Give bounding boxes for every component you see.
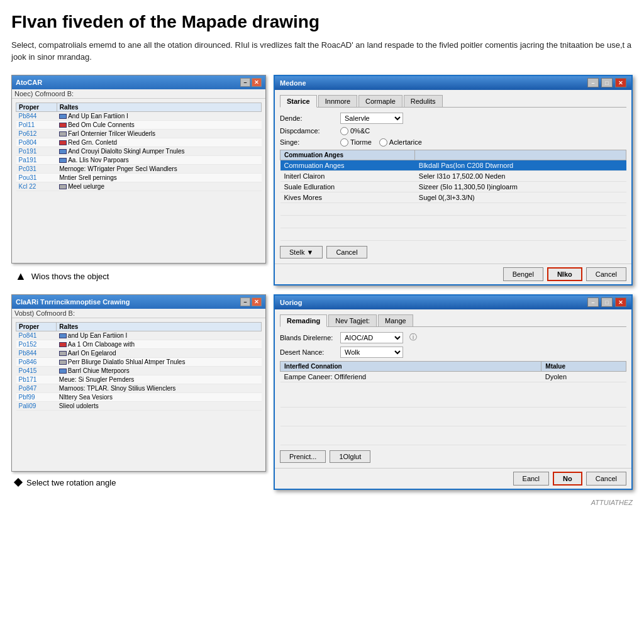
table-row[interactable]: Po191And Crouyi Dialolto Skingl Aumper T… (16, 147, 262, 155)
row-id: Po804 (16, 138, 57, 147)
cancel-footer-button[interactable]: Cancel (586, 267, 626, 281)
cancel-inner-button[interactable]: Cancel (326, 246, 367, 258)
bengel-button[interactable]: Bengel (503, 267, 543, 281)
tab-innmore[interactable]: Innmore (318, 95, 357, 107)
table-row[interactable]: Po841and Up Ean Fartiion I (16, 331, 262, 340)
desert-select[interactable]: Wolk (340, 347, 403, 358)
blands-select[interactable]: AIOC/AD (340, 332, 403, 343)
list-item[interactable]: Kives MoresSugel 0(,3l+3.3/N) (280, 192, 626, 203)
top-right-body: Starice Innmore Cormaple Redulits Dende:… (275, 90, 631, 264)
desert-label: Desert Nance: (280, 348, 336, 356)
desert-row: Desert Nance: Wolk (280, 347, 626, 358)
bottom-col-raltes: Raltes (57, 322, 262, 331)
row-text: Farl Onternier Trilcer Wieuderls (57, 129, 261, 138)
table-row[interactable]: Pou31Mntier Srell pernings (16, 173, 262, 182)
top-left-window: AtoCAR – ✕ Noec) Cofmoord B: Proper Ralt… (11, 75, 266, 264)
list-item[interactable]: Initerl ClaironSeler I31o 17,502.00 Nede… (280, 170, 626, 181)
top-left-table: Proper Raltes Pb844And Up Ean Fartiion I… (16, 103, 262, 191)
table-row[interactable]: Kcl 22Meel uelurge (16, 182, 262, 191)
table-row[interactable]: Po847Marnoos: TPLAR. Slnoy Stilius Wlien… (16, 384, 262, 392)
table-row[interactable]: Pol11Bed Om Cule Connents (16, 120, 262, 129)
row-id: Po191 (16, 147, 57, 155)
list-col2-header (415, 150, 626, 160)
table-row[interactable]: Pb844And Up Ean Fartiion I (16, 111, 262, 120)
bottom-close-button[interactable]: ✕ (252, 297, 262, 306)
dispdamce-radio-group: 0%&C (340, 127, 370, 135)
olglut-button[interactable]: 1Olglut (330, 450, 370, 463)
tab-starice[interactable]: Starice (280, 95, 317, 108)
dende-row: Dende: Salervle (280, 113, 626, 124)
eancl-button[interactable]: Eancl (513, 472, 550, 486)
bottom-right-body: Remading Nev Tagjet: Mange Blands Direle… (275, 309, 631, 468)
tab-mange[interactable]: Mange (378, 314, 413, 326)
page-subtitle: Select, compatrolials ememd to ane all t… (11, 39, 633, 64)
tab-remading[interactable]: Remading (280, 314, 327, 327)
bottom-left-titlebar: CIaARi Tnrrincikmnoptise Crawing – ✕ (12, 295, 265, 309)
table-row[interactable]: Po152Aa 1 Orn Claboage with (16, 340, 262, 348)
bottom-left-menu: Vobst) Cofmoord B: (12, 309, 265, 318)
list-col2: Blkdall Pas(Ion C208 Dtwrnord (415, 160, 626, 170)
table-row[interactable]: Pali09Slieol udolerts (16, 401, 262, 410)
radio-singe-tiorme-input[interactable] (340, 138, 348, 147)
bottom-list-row[interactable]: Eampe Caneer: Offiferiend Dyolen (280, 371, 626, 382)
singe-radio-group: Tiorme Aclertarice (340, 138, 422, 147)
blue-icon (59, 114, 67, 119)
bottom-dialog-maximize-btn[interactable]: □ (601, 297, 613, 307)
top-right-title: Medone (280, 79, 306, 87)
bottom-col-proper: Proper (16, 322, 57, 331)
table-row[interactable]: Pbf99Nlttery Sea Vesiors (16, 392, 262, 401)
row-text: and Up Ean Fartiion I (57, 331, 262, 340)
bottom-dialog-close-btn[interactable]: ✕ (615, 297, 626, 307)
list-col1-header: Commuation Anges (280, 150, 415, 160)
row-text: Barrl Chiue Mterpoors (57, 366, 262, 375)
row-id: Pou31 (16, 173, 57, 182)
prenict-button[interactable]: Prenict... (280, 450, 326, 463)
table-row[interactable]: Pc031Mernoge: WTrigater Pnger Secl Wiand… (16, 164, 262, 173)
dialog-close-btn[interactable]: ✕ (615, 78, 626, 87)
bottom-list-col1: Interfled Connation (280, 361, 541, 371)
table-row[interactable]: Pb171Meue: Si Snugler Pemders (16, 375, 262, 384)
table-row[interactable]: Po415Barrl Chiue Mterpoors (16, 366, 262, 375)
radio-singe-aclert[interactable]: Aclertarice (379, 138, 422, 147)
radio-dispdamce[interactable]: 0%&C (340, 127, 370, 135)
row-id: Po152 (16, 340, 57, 348)
niko-button[interactable]: NIko (547, 267, 582, 281)
radio-singe-aclert-input[interactable] (379, 138, 387, 147)
table-row[interactable]: Po846Perr Bliurge Dialatlo Shlual Atmper… (16, 357, 262, 366)
dialog-minimize-btn[interactable]: – (587, 78, 599, 87)
bottom-cancel-button[interactable]: Cancel (586, 472, 626, 486)
no-button[interactable]: No (553, 472, 582, 486)
table-row[interactable]: Pb844Aarl On Egelarod (16, 348, 262, 357)
list-item[interactable]: Suale EdlurationSizeer (5Io 11,300,50 I)… (280, 181, 626, 192)
tab-redulits[interactable]: Redulits (404, 95, 443, 107)
list-item[interactable]: Commuation AngesBlkdall Pas(Ion C208 Dtw… (280, 160, 626, 170)
table-row[interactable]: Po612Farl Onternier Trilcer Wieuderls (16, 129, 262, 138)
bottom-list-empty-row2 (280, 407, 626, 426)
bottom-left-table: Proper Raltes Po841and Up Ean Fartiion I… (16, 322, 262, 411)
list-col1: Commuation Anges (280, 160, 415, 170)
top-left-titlebar: AtoCAR – ✕ (12, 75, 265, 89)
row-text: Aarl On Egelarod (57, 348, 262, 357)
top-right-tabs: Starice Innmore Cormaple Redulits (280, 95, 626, 108)
radio-dispdamce-input[interactable] (340, 127, 348, 135)
tab-cormaple[interactable]: Cormaple (358, 95, 402, 107)
blue-icon (59, 333, 67, 338)
dende-select[interactable]: Salervle (340, 113, 403, 124)
bottom-minimize-button[interactable]: – (240, 297, 250, 306)
row-text: Aa. Llis Nov Parpoars (57, 155, 261, 164)
gray-icon (59, 360, 67, 365)
table-row[interactable]: Po804Red Grn. Conletd (16, 138, 262, 147)
row-id: Pb171 (16, 375, 57, 384)
row-text: Mernoge: WTrigater Pnger Secl Wiandlers (57, 164, 261, 173)
table-row[interactable]: Pa191Aa. Llis Nov Parpoars (16, 155, 262, 164)
radio-singe-tiorme[interactable]: Tiorme (340, 138, 372, 147)
row-text: Red Grn. Conletd (57, 138, 261, 147)
close-button[interactable]: ✕ (252, 78, 262, 87)
bottom-dialog-minimize-btn[interactable]: – (587, 297, 599, 307)
minimize-button[interactable]: – (240, 78, 250, 87)
row-id: Pol11 (16, 120, 57, 129)
bottom-right-titlebar: Uoriog – □ ✕ (275, 296, 631, 309)
tab-nev-tagjet[interactable]: Nev Tagjet: (328, 314, 377, 326)
stelk-button[interactable]: Stelk ▼ (280, 246, 323, 258)
dialog-maximize-btn[interactable]: □ (601, 78, 613, 87)
